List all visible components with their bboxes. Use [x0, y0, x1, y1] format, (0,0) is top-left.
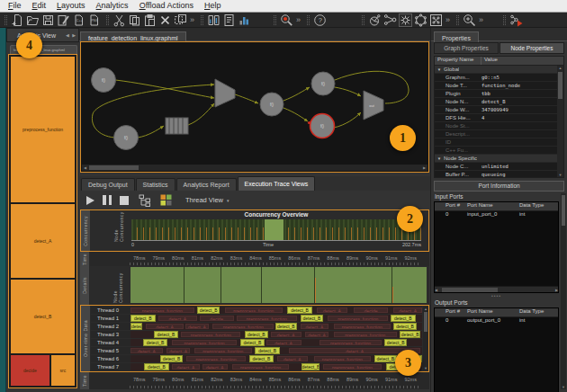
- details-chart[interactable]: [130, 267, 427, 303]
- trace-segment-detect-b[interactable]: detect_B: [245, 331, 268, 338]
- trace-segment-detect-b[interactable]: detect_B: [143, 339, 167, 346]
- open-folder-icon[interactable]: [25, 13, 40, 27]
- treemap-block-detect-b[interactable]: detect_B: [11, 280, 75, 353]
- trace-segment-detect-b[interactable]: detect_B: [197, 307, 220, 314]
- menu-edit[interactable]: Edit: [27, 0, 52, 12]
- scroll-left-arrow-icon[interactable]: ◀: [435, 287, 437, 293]
- tab-node-properties[interactable]: Node Properties: [500, 42, 564, 54]
- trace-segment-preprocess-function[interactable]: preprocess_function: [232, 364, 290, 370]
- tab-graph-properties[interactable]: Graph Properties: [434, 42, 499, 54]
- toolbar-group-handle[interactable]: [201, 15, 203, 25]
- trace-segment-preprocess-function[interactable]: preprocess_function: [225, 307, 283, 313]
- trace-segment-detect-b[interactable]: detect_B: [384, 339, 408, 346]
- trace-segment-preprocess-function[interactable]: preprocess_function: [194, 348, 252, 353]
- trace-segment-detect-a[interactable]: detect_A: [277, 356, 308, 361]
- trace-segment-decide[interactable]: decide: [354, 307, 388, 313]
- property-row-dfs-hie[interactable]: DFS Hie...4: [435, 114, 563, 122]
- property-group-node-specific[interactable]: ▼Node Specific: [435, 155, 563, 163]
- toolbar-overflow-chevron[interactable]: »: [479, 15, 483, 24]
- layout-ring-icon[interactable]: [413, 13, 428, 27]
- property-table-scrollbar[interactable]: ▲ ▼: [557, 66, 563, 177]
- trace-segment-detect-a[interactable]: detect_A: [266, 340, 302, 345]
- trace-segment-preprocess-function[interactable]: preprocess_function: [186, 356, 247, 361]
- trace-segment-detect-a[interactable]: detect_A: [305, 332, 329, 337]
- thread-row-bars[interactable]: detect_Bpreprocess_functiondetect_Bdetec…: [130, 339, 422, 346]
- layout-network-icon[interactable]: [382, 13, 398, 27]
- property-row-c-fu[interactable]: C++ Fu...: [435, 147, 563, 155]
- panel-splitter[interactable]: ••••: [434, 294, 559, 298]
- help-icon[interactable]: ?: [312, 13, 328, 27]
- stop-button[interactable]: [120, 196, 129, 205]
- collapse-arrow-icon[interactable]: ▼: [435, 155, 444, 162]
- trace-segment-detect-a[interactable]: detect_A: [166, 348, 191, 353]
- trace-segment-detect-b[interactable]: detect_B: [144, 363, 169, 370]
- menu-layouts[interactable]: Layouts: [51, 0, 91, 12]
- export-png-icon[interactable]: PNG: [86, 13, 102, 27]
- trace-segment-detect-b[interactable]: detect_B: [255, 347, 280, 354]
- paste-icon[interactable]: [142, 13, 158, 27]
- treemap-block-preprocess-function[interactable]: preprocess_function: [11, 57, 75, 202]
- trace-segment-detect-b[interactable]: detect_B: [302, 363, 320, 370]
- concurrency-side-tab[interactable]: Concurrency: [81, 210, 91, 251]
- scrollbar-thumb[interactable]: [424, 312, 428, 332]
- port-row[interactable]: 0output_port_0int: [435, 317, 558, 325]
- trace-segment-decide[interactable]: decide: [200, 316, 234, 321]
- graph-nodes[interactable]: f() f() f() f() f() out: [92, 68, 384, 150]
- menu-help[interactable]: Help: [199, 0, 227, 12]
- copy-icon[interactable]: [127, 13, 142, 27]
- thread-row-bars[interactable]: detect_Bdetect_Adetect_Apreprocess_funct…: [130, 323, 422, 330]
- layout-radial-icon[interactable]: [367, 13, 382, 27]
- trace-segment-detect-b[interactable]: detect_B: [154, 331, 179, 338]
- report-icon[interactable]: [221, 13, 237, 27]
- scroll-down-arrow-icon[interactable]: ▼: [423, 366, 428, 370]
- panel-vertical-scrollbar[interactable]: ▼: [561, 193, 566, 389]
- thread-row-bars[interactable]: preprocess_functiondetect_Bpreprocess_fu…: [130, 307, 422, 314]
- trace-segment-preprocess-function[interactable]: preprocess_function: [320, 340, 382, 345]
- trace-segment-preprocess-function[interactable]: preprocess_function: [328, 316, 388, 321]
- cut-icon[interactable]: [112, 13, 127, 27]
- property-row-buffer-p[interactable]: Buffer P...queueing: [435, 171, 563, 178]
- treemap-block-decide[interactable]: decide: [11, 355, 50, 386]
- toolbar-group-handle[interactable]: [503, 15, 506, 25]
- time-side-tab-bottom[interactable]: Time: [80, 372, 90, 389]
- trace-segment-detect-a[interactable]: detect_A: [158, 316, 197, 321]
- thread-row-bars[interactable]: detect_Bdetect_Adecidepreprocess_functio…: [130, 315, 422, 322]
- threads-vertical-scrollbar[interactable]: ▲ ▼: [423, 307, 428, 370]
- toolbar-group-handle[interactable]: [362, 15, 364, 25]
- run-offload-icon[interactable]: [508, 13, 524, 27]
- export-cpp-icon[interactable]: C++: [71, 13, 86, 27]
- scrollbar-thumb[interactable]: [89, 165, 139, 170]
- details-side-tab[interactable]: Details: [80, 266, 90, 305]
- duplicate-icon[interactable]: [173, 13, 188, 27]
- property-row-node-n[interactable]: Node N...detect_B: [435, 98, 563, 106]
- edit-icon[interactable]: [56, 13, 71, 27]
- layout-network-active-icon[interactable]: [398, 13, 413, 27]
- trace-segment-detect-b[interactable]: detect_B: [400, 331, 420, 338]
- scrollbar-thumb[interactable]: [562, 195, 565, 226]
- property-row-graphm[interactable]: Graphm...g0::n5: [435, 74, 563, 82]
- treemap-block-detect-a[interactable]: detect_A: [11, 204, 75, 278]
- tab-scroll-arrows[interactable]: ◀ ▶: [66, 32, 78, 38]
- trace-segment-detect-a[interactable]: detect_A: [185, 324, 210, 329]
- thread-row-bars[interactable]: detect_Bpreprocess_functiondetect_Bdetec…: [130, 331, 422, 338]
- trace-segment-detect-a[interactable]: detect_A: [393, 307, 422, 313]
- layout-boxed-icon[interactable]: [428, 13, 444, 27]
- treemap-block-src[interactable]: src: [51, 355, 75, 386]
- trace-segment-detect-a[interactable]: detect_A: [317, 307, 347, 313]
- tab-statistics[interactable]: Statistics: [136, 178, 176, 191]
- scroll-up-arrow-icon[interactable]: ▲: [557, 66, 563, 70]
- trace-segment-detect-a[interactable]: detect_A: [271, 332, 302, 337]
- toolbar-overflow-chevron[interactable]: »: [296, 15, 301, 24]
- tab-execution-trace-views[interactable]: Execution Trace Views: [238, 176, 316, 191]
- scroll-right-arrow-icon[interactable]: ▶: [555, 287, 558, 293]
- trace-segment-detect-b[interactable]: detect_B: [287, 307, 312, 314]
- trace-segment-preprocess-function[interactable]: preprocess_function: [130, 307, 194, 313]
- trace-segment-preprocess-function[interactable]: preprocess_function: [172, 340, 237, 345]
- delete-icon[interactable]: [158, 13, 173, 27]
- view-selector-dropdown[interactable]: Thread View ▾: [185, 196, 229, 204]
- toolbar-group-handle[interactable]: [307, 15, 310, 25]
- scroll-down-arrow-icon[interactable]: ▼: [557, 173, 563, 177]
- trace-segment-detect-b[interactable]: detect_B: [275, 323, 297, 330]
- scroll-right-arrow-icon[interactable]: ▶: [421, 165, 428, 171]
- port-table-hscrollbar[interactable]: ◀▶: [435, 286, 558, 292]
